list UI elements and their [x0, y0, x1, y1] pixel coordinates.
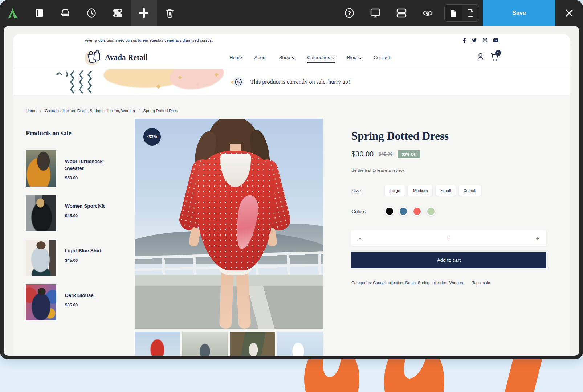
gallery-thumbnail[interactable]: [277, 332, 323, 356]
discount-badge: 33% Off: [398, 150, 420, 158]
sale-banner: $ This product is currently on sale, hur…: [13, 69, 570, 95]
topbar-text: Viverra quis quam nec cursus lorem egest…: [85, 38, 213, 42]
topbar-link[interactable]: venenatis diam: [164, 38, 191, 42]
gallery-thumbnail[interactable]: [182, 332, 228, 356]
quantity-value[interactable]: 1: [369, 236, 529, 241]
breadcrumb-current: Spring Dotted Dress: [143, 109, 179, 113]
regular-price: $45.00: [379, 152, 392, 157]
discount-circle-badge: -33%: [143, 128, 161, 146]
youtube-icon[interactable]: [493, 38, 498, 42]
categories-links[interactable]: Casual collection, Deals, Spring collect…: [373, 281, 463, 285]
social-icons: [463, 38, 498, 43]
brand-logo[interactable]: Avada Retail: [85, 49, 148, 66]
page-doc-filled-icon[interactable]: [445, 5, 462, 21]
product-main-image[interactable]: -33%: [135, 119, 323, 329]
nav-item-home[interactable]: Home: [229, 53, 242, 62]
sale-product-item[interactable]: Women Sport Kit $45.00: [26, 195, 124, 231]
cart-count-badge: 1: [495, 50, 501, 56]
brand-name: Avada Retail: [105, 53, 148, 62]
breadcrumb-home[interactable]: Home: [26, 109, 36, 113]
quantity-increase-button[interactable]: +: [529, 230, 546, 246]
product-title: Spring Dotted Dress: [351, 130, 546, 143]
sale-banner-text: This product is currently on sale, hurry…: [250, 79, 350, 85]
site-topbar: Viverra quis quam nec cursus lorem egest…: [13, 34, 570, 46]
size-option-xsmall[interactable]: Xsmall: [459, 185, 481, 196]
avada-logo-icon[interactable]: [0, 0, 26, 26]
size-label: Size: [351, 188, 385, 193]
facebook-icon[interactable]: [463, 38, 466, 43]
sale-dollar-icon: $: [233, 77, 244, 87]
library-icon[interactable]: [52, 0, 78, 26]
gallery-thumbnail[interactable]: [135, 332, 180, 356]
sale-product-item[interactable]: Dark Blouse $35.00: [26, 284, 124, 320]
product-name: Wool Turtleneck Sweater: [65, 158, 109, 172]
squiggle-decoration: [56, 70, 100, 95]
size-option-large[interactable]: Large: [385, 185, 405, 196]
containers-icon[interactable]: [388, 0, 415, 26]
color-swatch-blue[interactable]: [399, 207, 408, 216]
main-nav: Home About Shop Categories Blog Contact: [229, 53, 390, 63]
close-builder-icon[interactable]: [555, 0, 583, 26]
quantity-stepper: - 1 +: [351, 230, 546, 246]
widget-heading: Products on sale: [26, 130, 124, 137]
nav-item-contact[interactable]: Contact: [374, 53, 390, 62]
image-gallery: [135, 332, 323, 356]
delete-icon[interactable]: [157, 0, 183, 26]
sale-product-item[interactable]: Light Blue Shirt $45.00: [26, 240, 124, 276]
sale-product-item[interactable]: Wool Turtleneck Sweater $50.00: [26, 150, 124, 187]
help-icon[interactable]: ?: [336, 0, 362, 26]
breadcrumb: Home / Casual collection, Deals, Spring …: [26, 109, 548, 113]
svg-text:$: $: [237, 80, 240, 84]
sidebar-panel-icon[interactable]: [26, 0, 52, 26]
chevron-down-icon: [292, 55, 296, 59]
history-icon[interactable]: [78, 0, 105, 26]
instagram-icon[interactable]: [483, 38, 487, 42]
product-meta: Categories: Casual collection, Deals, Sp…: [351, 281, 546, 285]
nav-item-shop[interactable]: Shop: [279, 53, 295, 62]
add-to-cart-button[interactable]: Add to cart: [351, 252, 546, 268]
account-icon[interactable]: [477, 53, 484, 62]
options-toggles-icon[interactable]: [105, 0, 131, 26]
page-template-toggle: [444, 4, 479, 22]
save-button[interactable]: Save: [483, 0, 555, 26]
product-price: $45.00: [65, 258, 102, 262]
review-link[interactable]: Be the first to leave a review.: [351, 168, 546, 172]
colors-label: Colors: [351, 209, 385, 214]
tags-label: Tags:: [472, 281, 481, 285]
size-option-small[interactable]: Small: [436, 185, 456, 196]
builder-window: ? Save: [0, 0, 583, 359]
chevron-down-icon: [332, 55, 336, 59]
product-image-blue-shirt: [26, 240, 56, 276]
chevron-down-icon: [358, 55, 362, 59]
nav-item-categories[interactable]: Categories: [307, 53, 335, 63]
product-price: $45.00: [65, 213, 105, 218]
products-on-sale-widget: Products on sale Wool Turtleneck Sweater…: [26, 119, 124, 356]
product-name: Women Sport Kit: [65, 203, 105, 210]
preview-eye-icon[interactable]: [415, 0, 441, 26]
cart-icon[interactable]: 1: [490, 53, 498, 62]
sale-price: $30.00: [351, 150, 374, 158]
responsive-preview-icon[interactable]: [362, 0, 388, 26]
shopping-bags-icon: [85, 49, 101, 66]
size-option-medium[interactable]: Medium: [408, 185, 432, 196]
color-swatch-black[interactable]: [385, 207, 394, 216]
twitter-icon[interactable]: [472, 38, 477, 42]
color-swatch-green[interactable]: [426, 207, 436, 216]
page-doc-outline-icon[interactable]: [462, 5, 479, 21]
add-element-icon[interactable]: [131, 0, 157, 26]
color-swatch-red[interactable]: [412, 207, 422, 216]
toolbar-spacer: [183, 0, 336, 26]
svg-text:?: ?: [347, 10, 351, 16]
product-image-sport-kit: [26, 195, 56, 231]
product-section: Home / Casual collection, Deals, Spring …: [13, 95, 570, 356]
breadcrumb-categories[interactable]: Casual collection, Deals, Spring collect…: [45, 109, 135, 113]
quantity-decrease-button[interactable]: -: [351, 230, 369, 246]
nav-item-about[interactable]: About: [254, 53, 267, 62]
tag-link[interactable]: sale: [483, 281, 490, 285]
gallery-thumbnail[interactable]: [230, 332, 275, 356]
product-price: $50.00: [65, 176, 109, 180]
site-header: Avada Retail Home About Shop Categories …: [13, 46, 570, 69]
builder-canvas: Viverra quis quam nec cursus lorem egest…: [4, 26, 579, 356]
nav-item-blog[interactable]: Blog: [347, 53, 361, 62]
site-preview: Viverra quis quam nec cursus lorem egest…: [13, 34, 570, 356]
